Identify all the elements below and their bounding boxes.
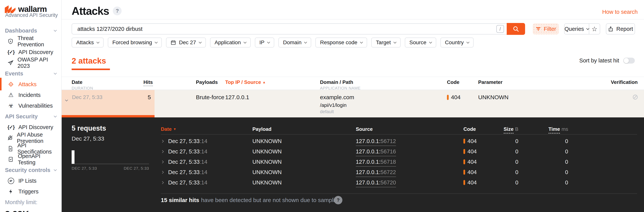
search-input[interactable]: [72, 24, 496, 34]
section-label: Events: [5, 70, 23, 77]
attack-parameter: UNKNOWN: [478, 94, 508, 100]
filter-chip-date[interactable]: Dec 27: [166, 38, 206, 48]
col-date-sub: DURATION: [72, 86, 93, 90]
filter-chip-source[interactable]: Source: [405, 38, 436, 48]
request-date: Dec 27, 5:33:14: [168, 180, 208, 186]
sidebar-section-security-controls[interactable]: Security controls: [0, 165, 61, 176]
bot-off-icon: [7, 135, 13, 141]
filter-chip-forced-browsing[interactable]: Forced browsing: [108, 38, 162, 48]
request-source-link[interactable]: 127.0.0.1:56718: [356, 159, 396, 166]
filter-label: Filter: [544, 26, 556, 32]
attack-row-date-cell[interactable]: [62, 90, 154, 115]
queries-group: Queries ☆: [564, 23, 600, 34]
attack-hits: 5: [134, 94, 151, 100]
sidebar-item-threat-prevention[interactable]: Threat Prevention: [0, 36, 61, 47]
dcol-size[interactable]: SizeB: [483, 126, 518, 132]
search-button[interactable]: [507, 23, 525, 35]
filter-chip-application[interactable]: Application: [210, 38, 251, 48]
request-source-link[interactable]: 127.0.0.1:56716: [356, 148, 396, 156]
request-source-link[interactable]: 127.0.0.1:56722: [356, 169, 396, 177]
filter-button[interactable]: Filter: [533, 23, 559, 34]
sidebar-section-api-security[interactable]: API Security: [0, 111, 61, 122]
request-date: Dec 27, 5:33:14: [168, 159, 208, 165]
request-source-link[interactable]: 127.0.0.1:56712: [356, 138, 396, 146]
col-verification: Verification: [611, 79, 638, 85]
col-date: Date: [72, 79, 82, 85]
chevron-down-icon: [267, 40, 270, 44]
how-to-search-link[interactable]: How to search: [602, 9, 638, 15]
sidebar-item-label: Threat Prevention: [18, 35, 56, 48]
attack-count-underline: [72, 68, 110, 70]
sidebar-section-events[interactable]: Events: [0, 68, 61, 79]
bolt-icon: [7, 189, 14, 194]
dcol-time[interactable]: Timems: [533, 126, 568, 132]
sidebar-item-ip-lists[interactable]: IP IP Lists: [0, 176, 61, 186]
request-source-link[interactable]: 127.0.0.1:56720: [356, 180, 396, 187]
sidebar-item-api-discovery-2[interactable]: {✓} API Discovery: [0, 122, 61, 132]
expand-chevron-icon[interactable]: [161, 140, 163, 143]
sidebar-item-label: IP Lists: [18, 178, 36, 184]
sidebar-item-incidents[interactable]: ⚠ Incidents: [0, 90, 61, 100]
col-code: Code: [447, 79, 460, 85]
attack-row[interactable]: Dec 27, 5:33 5 Brute-force 127.0.0.1 exa…: [62, 90, 644, 118]
queries-button[interactable]: Queries: [564, 24, 589, 34]
expand-chevron-icon[interactable]: [161, 160, 163, 164]
sidebar-item-api-abuse-prevention[interactable]: API Abuse Prevention: [0, 132, 61, 143]
filter-chip-domain[interactable]: Domain: [278, 38, 311, 48]
request-time: 0: [533, 138, 568, 144]
sidebar-item-api-discovery[interactable]: {✓} API Discovery: [0, 47, 61, 58]
filter-chip-ip[interactable]: IP: [255, 38, 274, 48]
request-time: 0: [533, 159, 568, 165]
collapse-chevron-icon[interactable]: [66, 96, 68, 102]
dcol-date[interactable]: Date▼: [161, 126, 176, 132]
filter-chip-country[interactable]: Country: [440, 38, 474, 48]
report-button[interactable]: Report: [606, 23, 635, 34]
expand-chevron-icon[interactable]: [161, 181, 163, 184]
request-date: Dec 27, 5:33:14: [168, 169, 208, 176]
sidebar-item-label: API Discovery: [18, 124, 53, 130]
code-status-pill: [464, 180, 465, 185]
help-icon[interactable]: ?: [113, 6, 122, 15]
braces-check-icon: {✓}: [7, 124, 14, 130]
col-domain-sub: APPLICATION NAME: [320, 86, 360, 90]
favorite-star-button[interactable]: ☆: [589, 24, 600, 34]
sidebar-item-openapi-testing[interactable]: OpenAPI Testing: [0, 154, 61, 165]
sidebar-item-triggers[interactable]: Triggers: [0, 186, 61, 197]
star-icon: ☆: [592, 25, 597, 33]
request-time: 0: [533, 169, 568, 176]
request-code: 404: [464, 159, 477, 165]
request-size: 0: [483, 169, 518, 176]
col-domain-path: Domain / Path: [320, 79, 353, 85]
filter-chip-attacks[interactable]: Attacks: [72, 38, 104, 48]
sidebar-section-dashboards[interactable]: Dashboards: [0, 25, 61, 36]
sidebar-item-owasp-api-2023[interactable]: OWASP API 2023: [0, 58, 61, 68]
logo-subtitle: Advanced API Security: [5, 12, 58, 18]
expand-chevron-icon[interactable]: [161, 171, 163, 174]
monthly-limit-label: Monthly limit:: [0, 197, 61, 208]
details-header-divider: [161, 134, 637, 135]
filter-chip-response-code[interactable]: Response code: [316, 38, 367, 48]
verification-skipped-icon[interactable]: ⊘: [632, 93, 638, 101]
request-size: 0: [483, 148, 518, 155]
chevron-down-icon: [360, 40, 363, 44]
col-hits[interactable]: Hits: [134, 79, 153, 85]
attack-payload: Brute-force: [196, 94, 224, 100]
sort-toggle[interactable]: [623, 58, 635, 64]
sidebar-item-vulnerabilities[interactable]: ☣ Vulnerabilities: [0, 100, 61, 111]
target-icon: [7, 82, 14, 87]
toggle-knob: [624, 58, 629, 63]
filter-chip-target[interactable]: Target: [371, 38, 400, 48]
sidebar-item-attacks[interactable]: Attacks: [0, 79, 61, 90]
col-top-ip-source[interactable]: Top IP / Source▲: [225, 79, 266, 85]
sidebar-item-api-specifications[interactable]: API Specifications: [0, 143, 61, 154]
request-payload: UNKNOWN: [252, 180, 282, 186]
requests-chart-axis: [72, 164, 149, 164]
requests-chart-bar: [72, 150, 74, 164]
export-icon: [608, 26, 614, 32]
sampling-note: 15 similar hitshave been detected but ar…: [161, 197, 341, 204]
monthly-limit-value: 3.93K: [5, 209, 29, 212]
sort-control: Sort by latest hit: [579, 58, 635, 64]
attack-date: Dec 27, 5:33: [72, 94, 102, 100]
sampling-help-icon[interactable]: ?: [334, 196, 342, 204]
expand-chevron-icon[interactable]: [161, 150, 163, 154]
